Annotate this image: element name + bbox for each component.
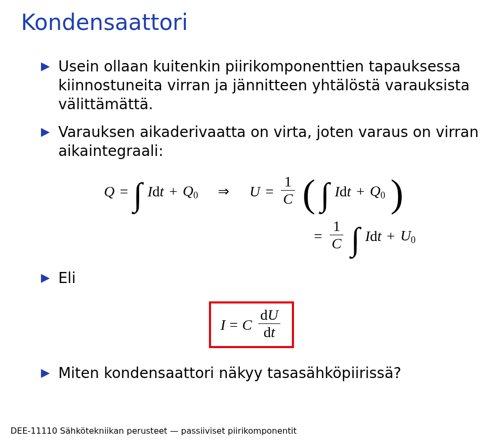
plus: +	[169, 182, 177, 201]
var-I: I	[220, 316, 225, 334]
denominator: C	[330, 236, 344, 251]
var-I: I	[365, 228, 370, 244]
var-U: U	[249, 182, 260, 201]
d-operator: d	[370, 228, 377, 244]
var-U0: U	[400, 227, 411, 244]
list-item: ▶ Varauksen aikaderivaatta on virta, jot…	[41, 123, 483, 161]
sub-zero: 0	[193, 190, 198, 201]
triangle-icon: ▶	[41, 269, 50, 287]
slide-title: Kondensaattori	[21, 9, 483, 35]
right-paren: )	[391, 178, 404, 209]
slide: Kondensaattori ▶ Usein ollaan kuitenkin …	[0, 0, 504, 440]
list-item-text: Usein ollaan kuitenkin piirikomponenttie…	[58, 57, 483, 113]
equation-row: = 1 C ∫ Idt + U0	[314, 220, 483, 252]
left-paren: (	[302, 178, 316, 209]
denominator: C	[281, 192, 295, 206]
content-area: ▶ Usein ollaan kuitenkin piirikomponentt…	[21, 57, 483, 383]
var-t: t	[377, 228, 382, 244]
numerator: 1	[282, 174, 294, 189]
list-item-text: Eli	[58, 269, 483, 288]
var-Q: Q	[104, 182, 114, 201]
equals: =	[314, 227, 322, 246]
equation-row: Q = ∫ Idt + Q0 ⇒ U = 1 C ( ∫	[104, 175, 483, 207]
equals: =	[120, 182, 128, 201]
equals: =	[265, 182, 274, 201]
var-Q0: Q	[183, 183, 193, 199]
fraction: 1 C	[330, 219, 344, 251]
boxed-equation-container: I = C dU dt	[41, 297, 483, 348]
integral-icon: ∫	[133, 180, 142, 209]
var-I: I	[148, 183, 152, 200]
plus: +	[356, 182, 365, 201]
arrow-icon: ⇒	[203, 183, 244, 200]
integral-icon: ∫	[321, 180, 330, 209]
equation-block: Q = ∫ Idt + Q0 ⇒ U = 1 C ( ∫	[41, 175, 483, 252]
denominator: dt	[261, 325, 277, 340]
d-operator: d	[152, 183, 160, 200]
list-item-text: Varauksen aikaderivaatta on virta, joten…	[58, 123, 483, 161]
list-item: ▶ Eli	[41, 269, 483, 288]
var-Q0: Q	[370, 183, 380, 199]
var-C: C	[242, 316, 252, 334]
d-operator: d	[340, 183, 347, 200]
triangle-icon: ▶	[41, 57, 50, 75]
footer-text: DEE-11110 Sähkötekniikan perusteet — pas…	[10, 426, 297, 436]
integral-icon: ∫	[351, 225, 360, 254]
fraction: dU dt	[258, 308, 280, 340]
triangle-icon: ▶	[41, 364, 50, 382]
var-t: t	[160, 183, 164, 200]
fraction: 1 C	[281, 174, 295, 206]
var-t: t	[347, 183, 351, 200]
boxed-equation: I = C dU dt	[209, 301, 294, 348]
list-item-text: Miten kondensaattori näkyy tasasähköpiir…	[58, 364, 483, 383]
equals: =	[229, 316, 238, 334]
list-item: ▶ Miten kondensaattori näkyy tasasähköpi…	[41, 364, 483, 383]
sub-zero: 0	[411, 235, 416, 245]
var-I: I	[335, 183, 340, 200]
list-item: ▶ Usein ollaan kuitenkin piirikomponentt…	[41, 57, 483, 113]
numerator: dU	[258, 308, 280, 322]
numerator: 1	[331, 219, 342, 234]
sub-zero: 0	[381, 190, 385, 201]
triangle-icon: ▶	[41, 123, 50, 141]
plus: +	[387, 227, 395, 246]
